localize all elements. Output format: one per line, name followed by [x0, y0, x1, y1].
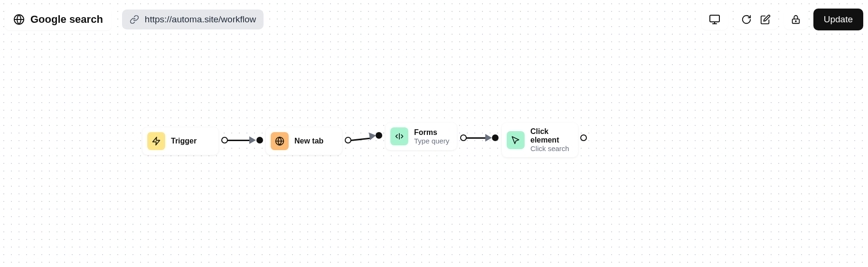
port-out[interactable] — [221, 137, 228, 143]
node-title: Trigger — [171, 137, 197, 145]
edge — [466, 137, 486, 139]
url-text: https://automa.site/workflow — [145, 14, 256, 25]
node-subtitle: Type query — [414, 137, 449, 145]
workflow-title: Google search — [30, 13, 103, 26]
node-forms[interactable]: Forms Type query — [386, 123, 457, 150]
action-icons-group — [734, 10, 778, 29]
forms-icon — [390, 127, 408, 145]
cursor-icon — [507, 131, 525, 149]
refresh-icon[interactable] — [741, 14, 752, 25]
url-chip[interactable]: https://automa.site/workflow — [122, 10, 264, 29]
arrowhead-icon — [485, 134, 492, 142]
port-out[interactable] — [345, 137, 351, 143]
topbar-right: Update — [701, 9, 863, 30]
device-preview-group — [701, 9, 728, 30]
workflow-canvas[interactable]: Trigger New tab Forms Type query — [0, 0, 868, 267]
lock-icon — [791, 14, 801, 25]
node-title: Click element — [530, 127, 571, 144]
globe-icon — [271, 132, 289, 150]
arrowhead-icon — [249, 136, 256, 144]
bolt-icon — [147, 132, 165, 150]
edge — [351, 138, 371, 141]
node-subtitle: Click search — [530, 144, 571, 153]
node-click[interactable]: Click element Click search — [502, 123, 578, 157]
port-out[interactable] — [580, 134, 587, 141]
lock-group[interactable] — [784, 10, 808, 29]
node-trigger[interactable]: Trigger — [142, 127, 218, 155]
update-button[interactable]: Update — [813, 9, 863, 30]
edge — [227, 140, 250, 141]
port-out[interactable] — [460, 134, 467, 141]
svg-rect-2 — [710, 15, 719, 22]
svg-point-6 — [795, 21, 796, 22]
port-in[interactable] — [376, 132, 382, 139]
desktop-icon[interactable] — [709, 14, 720, 25]
topbar: Google search https://automa.site/workfl… — [5, 9, 863, 30]
globe-icon — [13, 14, 25, 25]
link-icon — [130, 15, 139, 24]
node-title: New tab — [294, 137, 323, 145]
node-title: Forms — [414, 128, 449, 137]
node-newtab[interactable]: New tab — [266, 127, 342, 155]
port-in[interactable] — [256, 137, 263, 143]
workflow-title-chip[interactable]: Google search — [5, 9, 112, 30]
svg-marker-7 — [153, 137, 160, 145]
edit-note-icon[interactable] — [760, 14, 771, 25]
port-in[interactable] — [492, 134, 499, 141]
